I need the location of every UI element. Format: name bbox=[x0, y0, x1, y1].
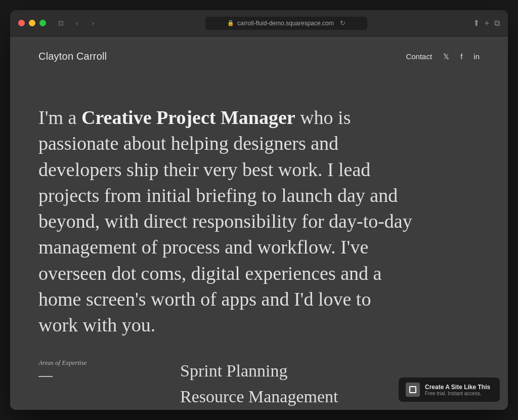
expertise-divider bbox=[38, 376, 53, 377]
squarespace-logo-box bbox=[409, 386, 416, 393]
lock-icon: 🔒 bbox=[227, 20, 234, 26]
hero-text-suffix: who is passionate about helping designer… bbox=[38, 107, 412, 335]
facebook-icon[interactable]: f bbox=[460, 52, 462, 61]
browser-nav: ⊡ ‹ › bbox=[54, 18, 100, 28]
traffic-lights bbox=[18, 20, 46, 26]
squarespace-banner-subtitle: Free trial. Instant access. bbox=[425, 391, 490, 396]
twitter-icon[interactable]: 𝕏 bbox=[443, 52, 449, 61]
hero-section: I'm a Creative Project Manager who is pa… bbox=[10, 74, 508, 359]
squarespace-banner[interactable]: Create A Site Like This Free trial. Inst… bbox=[399, 377, 500, 402]
sidebar-toggle-icon[interactable]: ⊡ bbox=[54, 18, 67, 28]
address-bar-container: 🔒 carroll-fluid-demo.squarespace.com ↻ bbox=[100, 17, 473, 30]
minimize-button[interactable] bbox=[29, 20, 35, 26]
share-icon[interactable]: ⬆ bbox=[473, 18, 480, 28]
site-logo: Clayton Carroll bbox=[38, 51, 107, 62]
contact-link[interactable]: Contact bbox=[406, 52, 432, 61]
url-text: carroll-fluid-demo.squarespace.com bbox=[237, 20, 334, 27]
squarespace-banner-text: Create A Site Like This Free trial. Inst… bbox=[425, 384, 490, 396]
mac-window: ⊡ ‹ › 🔒 carroll-fluid-demo.squarespace.c… bbox=[10, 10, 508, 410]
expertise-column: Areas of Expertise bbox=[38, 359, 140, 410]
refresh-button[interactable]: ↻ bbox=[340, 19, 346, 27]
close-button[interactable] bbox=[18, 20, 25, 26]
site-content: Clayton Carroll Contact 𝕏 f in I'm a Cre… bbox=[10, 36, 508, 410]
forward-button[interactable]: › bbox=[87, 18, 100, 28]
maximize-button[interactable] bbox=[39, 20, 46, 26]
hero-text-bold: Creative Project Manager bbox=[81, 107, 295, 128]
squarespace-logo-icon bbox=[406, 383, 420, 397]
linkedin-icon[interactable]: in bbox=[473, 52, 480, 61]
title-bar-actions: ⬆ + ⧉ bbox=[473, 18, 500, 28]
squarespace-banner-title: Create A Site Like This bbox=[425, 384, 490, 391]
site-nav: Contact 𝕏 f in bbox=[406, 52, 480, 61]
add-tab-icon[interactable]: + bbox=[485, 19, 489, 28]
hero-text-prefix: I'm a bbox=[38, 107, 81, 128]
expertise-label: Areas of Expertise bbox=[38, 359, 140, 367]
title-bar: ⊡ ‹ › 🔒 carroll-fluid-demo.squarespace.c… bbox=[10, 10, 508, 36]
duplicate-tab-icon[interactable]: ⧉ bbox=[494, 19, 500, 28]
address-bar[interactable]: 🔒 carroll-fluid-demo.squarespace.com ↻ bbox=[205, 17, 367, 30]
hero-text: I'm a Creative Project Manager who is pa… bbox=[38, 105, 413, 339]
site-header: Clayton Carroll Contact 𝕏 f in bbox=[10, 36, 508, 74]
back-button[interactable]: ‹ bbox=[70, 18, 83, 28]
